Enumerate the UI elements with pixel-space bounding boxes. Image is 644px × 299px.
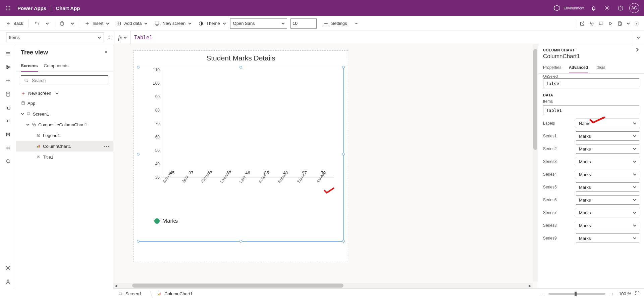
settings-gear-icon[interactable] — [600, 0, 614, 16]
share-button[interactable] — [578, 18, 587, 29]
resize-handle[interactable] — [342, 240, 345, 243]
tab-ideas[interactable]: Ideas — [595, 62, 605, 73]
fx-button[interactable]: fx — [114, 31, 131, 44]
preview-button[interactable] — [606, 18, 615, 29]
rail-tools-icon[interactable] — [1, 141, 15, 155]
save-more-button[interactable] — [625, 18, 632, 29]
breadcrumb-screen[interactable]: Screen1 — [116, 291, 144, 296]
app-launcher-icon[interactable] — [3, 3, 13, 13]
zoom-slider[interactable] — [548, 293, 605, 295]
comments-button[interactable] — [596, 18, 606, 29]
y-tick-label: 40 — [155, 162, 160, 166]
tree-node-title[interactable]: Title1 — [16, 152, 113, 162]
close-tree-button[interactable] — [104, 49, 108, 56]
paste-more-button[interactable] — [69, 18, 76, 29]
font-family-select[interactable]: Open Sans — [230, 18, 287, 29]
rail-insert-icon[interactable] — [1, 74, 15, 87]
zoom-in-button[interactable]: + — [609, 291, 615, 297]
rail-search-icon[interactable] — [1, 155, 15, 168]
publish-icon — [634, 21, 639, 26]
series-value: Marks — [579, 223, 591, 228]
series-select[interactable]: Marks — [576, 182, 639, 192]
horizontal-scrollbar[interactable]: ◀ ▶ — [113, 283, 533, 288]
scroll-left-button[interactable]: ◀ — [113, 284, 119, 288]
series-select[interactable]: Marks — [576, 131, 639, 141]
svg-point-25 — [6, 92, 10, 93]
control-kind-label: COLUMN CHART — [543, 48, 575, 52]
series-select[interactable]: Marks — [576, 157, 639, 166]
rail-settings-icon[interactable] — [1, 261, 15, 275]
column-chart-control[interactable]: 30405060708090100110 459767874685489770 … — [137, 63, 344, 238]
paste-button[interactable] — [57, 18, 67, 29]
back-button[interactable]: Back — [3, 18, 26, 29]
rail-media-icon[interactable] — [1, 101, 15, 114]
zoom-knob[interactable] — [575, 292, 577, 296]
checker-button[interactable] — [587, 18, 596, 29]
tree-node-screen1[interactable]: Screen1 — [16, 109, 113, 119]
svg-point-9 — [606, 7, 608, 9]
property-select[interactable]: Items — [6, 33, 104, 42]
series-select[interactable]: Marks — [576, 221, 639, 230]
rail-variables-icon[interactable] — [1, 128, 15, 141]
tree-node-composite[interactable]: CompositeColumnChart1 — [16, 119, 113, 130]
vertical-scrollbar[interactable] — [533, 44, 538, 282]
expand-panel-button[interactable] — [635, 48, 639, 52]
property-value: Items — [9, 35, 20, 40]
rail-hamburger-icon[interactable] — [1, 47, 15, 60]
undo-more-button[interactable] — [44, 18, 51, 29]
expand-formula-button[interactable] — [632, 31, 644, 44]
user-avatar[interactable]: AG — [629, 3, 639, 13]
add-data-button[interactable]: Add data — [113, 18, 150, 29]
tree-new-screen-button[interactable]: New screen — [16, 89, 113, 98]
scroll-right-button[interactable]: ▶ — [527, 284, 533, 288]
fit-to-screen-button[interactable] — [635, 291, 641, 297]
rail-flows-icon[interactable] — [1, 114, 15, 128]
tab-properties[interactable]: Properties — [543, 62, 561, 73]
series-select[interactable]: Marks — [576, 208, 639, 217]
notifications-icon[interactable] — [587, 0, 600, 16]
tree-node-legend[interactable]: Legend1 — [16, 130, 113, 141]
help-icon[interactable] — [614, 0, 627, 16]
save-button[interactable] — [615, 18, 625, 29]
tab-components[interactable]: Components — [44, 60, 69, 72]
series-select[interactable]: Marks — [576, 144, 639, 154]
theme-button[interactable]: Theme — [196, 18, 228, 29]
tree-node-app[interactable]: App — [16, 98, 113, 109]
formula-input[interactable] — [131, 31, 632, 44]
undo-button[interactable] — [32, 18, 42, 29]
zoom-out-button[interactable]: − — [538, 291, 545, 297]
rail-tree-icon[interactable] — [1, 60, 15, 74]
svg-rect-42 — [158, 294, 159, 295]
rail-ai-icon[interactable] — [1, 275, 15, 288]
insert-label: Insert — [93, 21, 104, 26]
labels-select[interactable]: Name — [576, 119, 639, 128]
tab-screens[interactable]: Screens — [21, 60, 38, 72]
resize-handle[interactable] — [137, 240, 140, 243]
scrollbar-thumb[interactable] — [533, 49, 537, 150]
artboard[interactable]: Student Marks Details 304050607080901001… — [133, 50, 348, 262]
tree-search-input[interactable] — [31, 78, 105, 83]
tree-node-more-button[interactable]: ··· — [104, 144, 110, 149]
rail-data-icon[interactable] — [1, 87, 15, 101]
items-input[interactable] — [543, 105, 639, 115]
tree-new-screen-label: New screen — [28, 91, 51, 96]
environment-picker[interactable]: Environment Tata Consultancy Servic… — [553, 5, 584, 11]
insert-button[interactable]: Insert — [82, 18, 112, 29]
tree-node-columnchart[interactable]: ColumnChart1 ··· — [16, 141, 113, 152]
series-select[interactable]: Marks — [576, 170, 639, 179]
scrollbar-thumb[interactable] — [132, 284, 343, 288]
breadcrumb-chart[interactable]: ColumnChart1 — [155, 291, 195, 296]
tree-label: CompositeColumnChart1 — [38, 122, 87, 127]
tree-search[interactable] — [21, 75, 108, 85]
new-screen-label: New screen — [162, 21, 185, 26]
resize-handle[interactable] — [239, 240, 242, 243]
font-size-input[interactable] — [290, 18, 317, 29]
publish-button[interactable] — [632, 18, 641, 29]
onselect-input[interactable] — [543, 78, 639, 88]
series-select[interactable]: Marks — [576, 195, 639, 205]
overflow-button[interactable] — [351, 18, 362, 29]
series-select[interactable]: Marks — [576, 233, 639, 243]
settings-button[interactable]: Settings — [321, 18, 350, 29]
tab-advanced[interactable]: Advanced — [569, 62, 588, 73]
new-screen-button[interactable]: New screen — [152, 18, 194, 29]
